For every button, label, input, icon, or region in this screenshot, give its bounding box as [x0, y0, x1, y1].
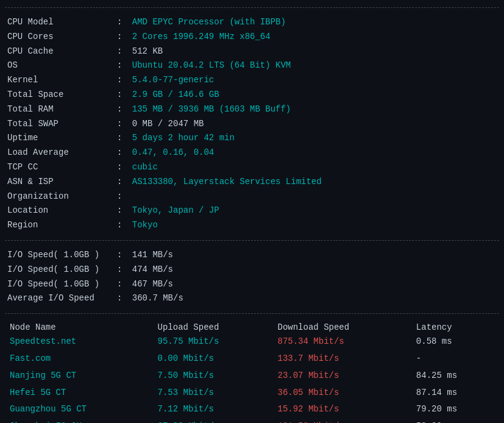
io-row-value: 467 MB/s [132, 277, 173, 292]
io-row-colon: : [117, 263, 127, 277]
network-row: Speedtest.net95.75 Mbit/s875.34 Mbit/s0.… [7, 333, 497, 350]
system-row-colon: : [117, 146, 127, 160]
mid-divider-1 [5, 240, 499, 241]
system-row-label: Total SWAP [7, 117, 117, 132]
system-row-colon: : [117, 73, 127, 88]
io-row-label: Average I/O Speed [7, 291, 117, 306]
io-row: Average I/O Speed: 360.7 MB/s [7, 291, 497, 306]
network-latency: - [414, 350, 497, 368]
system-row-value: Tokyo, Japan / JP [132, 204, 219, 218]
system-row: CPU Model: AMD EPYC Processor (with IBPB… [7, 15, 497, 30]
system-row: Region: Tokyo [7, 218, 497, 233]
system-row-colon: : [117, 131, 127, 146]
system-row-value: 2 Cores 1996.249 MHz x86_64 [132, 30, 271, 44]
system-row-value: 135 MB / 3936 MB (1603 MB Buff) [132, 102, 291, 117]
system-row: CPU Cache: 512 KB [7, 44, 497, 59]
system-row-colon: : [117, 44, 127, 59]
system-row-value: Tokyo [132, 218, 158, 233]
system-row-value: AMD EPYC Processor (with IBPB) [132, 15, 286, 30]
system-row: Uptime: 5 days 2 hour 42 min [7, 131, 497, 146]
network-node: Fast.com [7, 350, 155, 368]
system-row-label: CPU Model [7, 15, 117, 30]
system-row-colon: : [117, 15, 127, 30]
system-row-label: Organization [7, 190, 117, 204]
system-row-colon: : [117, 175, 127, 190]
system-row-label: Region [7, 218, 117, 233]
network-latency: 50.29 ms [414, 418, 497, 423]
io-row: I/O Speed( 1.0GB ): 467 MB/s [7, 277, 497, 292]
system-info-section: CPU Model: AMD EPYC Processor (with IBPB… [5, 10, 499, 238]
system-row: Total SWAP: 0 MB / 2047 MB [7, 117, 497, 132]
network-download: 23.07 Mbit/s [275, 368, 414, 385]
network-row: Nanjing 5G CT7.50 Mbit/s23.07 Mbit/s84.2… [7, 368, 497, 385]
system-row-label: Kernel [7, 73, 117, 88]
system-row-label: Location [7, 204, 117, 218]
io-row-colon: : [117, 291, 127, 306]
network-node: Hefei 5G CT [7, 385, 155, 402]
network-header: Upload Speed [155, 321, 275, 333]
io-row-value: 474 MB/s [132, 263, 173, 277]
io-row-colon: : [117, 277, 127, 292]
network-header: Latency [414, 321, 497, 333]
network-node: Shanghai 5G CU [7, 418, 155, 423]
system-row-value: 512 KB [132, 44, 163, 59]
network-upload: 7.50 Mbit/s [155, 368, 275, 385]
system-row-label: Load Average [7, 146, 117, 160]
system-row-label: CPU Cache [7, 44, 117, 59]
io-row-label: I/O Speed( 1.0GB ) [7, 277, 117, 292]
network-table: Node NameUpload SpeedDownload SpeedLaten… [7, 321, 497, 423]
system-row-value: 5.4.0-77-generic [132, 73, 214, 88]
io-row-label: I/O Speed( 1.0GB ) [7, 263, 117, 277]
network-row: Hefei 5G CT7.53 Mbit/s36.05 Mbit/s87.14 … [7, 385, 497, 402]
network-download: 191.52 Mbit/s [275, 418, 414, 423]
system-row-value: 5 days 2 hour 42 min [132, 131, 235, 146]
system-row: Total RAM: 135 MB / 3936 MB (1603 MB Buf… [7, 102, 497, 117]
io-row-label: I/O Speed( 1.0GB ) [7, 248, 117, 263]
system-row-label: ASN & ISP [7, 175, 117, 190]
network-latency: 87.14 ms [414, 385, 497, 402]
network-header: Node Name [7, 321, 155, 333]
system-row-colon: : [117, 190, 127, 204]
system-row: Total Space: 2.9 GB / 146.6 GB [7, 88, 497, 102]
network-upload: 0.00 Mbit/s [155, 350, 275, 368]
system-row-colon: : [117, 30, 127, 44]
system-row-label: Uptime [7, 131, 117, 146]
network-download: 875.34 Mbit/s [275, 333, 414, 350]
system-row-label: TCP CC [7, 160, 117, 175]
network-latency: 84.25 ms [414, 368, 497, 385]
io-row-value: 360.7 MB/s [132, 291, 183, 306]
network-latency: 0.58 ms [414, 333, 497, 350]
system-row-label: CPU Cores [7, 30, 117, 44]
io-row-value: 141 MB/s [132, 248, 173, 263]
io-row: I/O Speed( 1.0GB ): 141 MB/s [7, 248, 497, 263]
top-divider [5, 7, 499, 8]
system-row-colon: : [117, 59, 127, 73]
system-row-colon: : [117, 88, 127, 102]
network-node: Speedtest.net [7, 333, 155, 350]
network-row: Guangzhou 5G CT7.12 Mbit/s15.92 Mbit/s79… [7, 401, 497, 418]
system-row-label: Total Space [7, 88, 117, 102]
network-node: Guangzhou 5G CT [7, 401, 155, 418]
system-row: ASN & ISP: AS133380, Layerstack Services… [7, 175, 497, 190]
system-row-value: 2.9 GB / 146.6 GB [132, 88, 219, 102]
system-row-label: Total RAM [7, 102, 117, 117]
network-row: Shanghai 5G CU67.03 Mbit/s191.52 Mbit/s5… [7, 418, 497, 423]
system-row: Organization: [7, 190, 497, 204]
system-row-value: Ubuntu 20.04.2 LTS (64 Bit) KVM [132, 59, 291, 73]
network-section: Node NameUpload SpeedDownload SpeedLaten… [5, 316, 499, 423]
network-header: Download Speed [275, 321, 414, 333]
system-row: Kernel: 5.4.0-77-generic [7, 73, 497, 88]
system-row: OS: Ubuntu 20.04.2 LTS (64 Bit) KVM [7, 59, 497, 73]
system-row: Location: Tokyo, Japan / JP [7, 204, 497, 218]
system-row-colon: : [117, 117, 127, 132]
network-upload: 95.75 Mbit/s [155, 333, 275, 350]
system-row-label: OS [7, 59, 117, 73]
network-row: Fast.com0.00 Mbit/s133.7 Mbit/s- [7, 350, 497, 368]
system-row-value: 0.47, 0.16, 0.04 [132, 146, 214, 160]
system-row-value: cubic [132, 160, 158, 175]
network-download: 36.05 Mbit/s [275, 385, 414, 402]
system-row-colon: : [117, 160, 127, 175]
system-row-value: 0 MB / 2047 MB [132, 117, 204, 132]
network-download: 15.92 Mbit/s [275, 401, 414, 418]
network-download: 133.7 Mbit/s [275, 350, 414, 368]
